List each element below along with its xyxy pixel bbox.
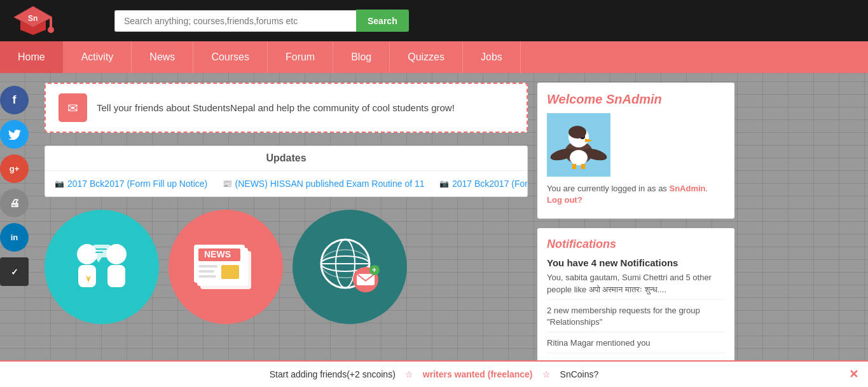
close-bottom-bar[interactable]: ✕ [849, 367, 858, 381]
logo-icon: Sn [13, 3, 54, 38]
bottom-bar-text2: SnCoins? [560, 369, 599, 379]
bookmark-button[interactable]: ✓ [0, 257, 29, 286]
news-icon: NEWS [184, 226, 267, 308]
ticker-text-2: (NEWS) HISSAN published Exam Routine of … [235, 179, 425, 189]
notifications-title: Notifications [547, 238, 725, 251]
facebook-button[interactable]: f [0, 86, 29, 114]
svg-text:NEWS: NEWS [204, 249, 231, 259]
svg-rect-22 [221, 265, 239, 279]
ticker-item-1b[interactable]: 📷 2017 Bck2017 (Form Fill up Notice) [439, 179, 527, 189]
nav-quizzes[interactable]: Quizzes [390, 41, 463, 73]
bottom-bar-star2: ☆ [542, 369, 551, 379]
svg-text:+: + [372, 266, 376, 275]
bottom-bar-star1: ☆ [405, 369, 413, 379]
svg-marker-10 [95, 257, 102, 262]
news-circle[interactable]: NEWS [169, 210, 283, 324]
forum-circle[interactable]: + [293, 210, 407, 324]
forum-icon: + [308, 226, 391, 308]
bottom-bar-text1: Start adding friends(+2 sncoins) [270, 369, 396, 379]
updates-header: Updates [45, 146, 527, 171]
ticker-text-1: 2017 Bck2017 (Form Fill up Notice) [67, 179, 207, 189]
notif-item-1[interactable]: You, sabita gautam, Sumi Chettri and 5 o… [547, 272, 725, 299]
main-nav: Home Activity News Courses Forum Blog Qu… [0, 41, 868, 73]
nav-activity[interactable]: Activity [64, 41, 132, 73]
nav-courses[interactable]: Courses [193, 41, 268, 73]
welcome-title: Welcome SnAdmin [547, 92, 725, 107]
ticker-item-2[interactable]: 📰 (NEWS) HISSAN published Exam Routine o… [223, 179, 425, 189]
logged-text: You are currently logged in as as SnAdmi… [547, 183, 725, 206]
content-wrapper: ✉ Tell your friends about StudentsNepal … [38, 73, 868, 387]
nav-news[interactable]: News [132, 41, 193, 73]
linkedin-button[interactable]: in [0, 223, 29, 252]
ticker-icon-1: 📷 [55, 179, 64, 188]
svg-rect-12 [95, 252, 103, 253]
invite-banner: ✉ Tell your friends about StudentsNepal … [45, 83, 528, 133]
svg-rect-9 [92, 245, 111, 257]
svg-rect-42 [572, 164, 576, 169]
ticker-icon-2: 📰 [223, 179, 232, 188]
svg-rect-43 [581, 164, 585, 169]
bottom-bar: Start adding friends(+2 sncoins) ☆ write… [0, 360, 868, 387]
svg-text:Sn: Sn [28, 14, 38, 23]
svg-point-41 [570, 150, 588, 165]
nav-blog[interactable]: Blog [333, 41, 390, 73]
svg-rect-8 [107, 265, 125, 287]
notif-item-2[interactable]: 2 new membership requests for the group … [547, 305, 725, 332]
search-input[interactable] [114, 10, 356, 32]
main-content: ✉ Tell your friends about StudentsNepal … [45, 83, 528, 387]
svg-rect-19 [198, 265, 217, 268]
features-row: NEWS [45, 210, 528, 324]
notif-heading: You have 4 new Notifications [547, 257, 725, 268]
right-sidebar: Welcome SnAdmin [537, 83, 734, 387]
bottom-bar-link1[interactable]: writers wanted (freelance) [423, 369, 533, 379]
twitter-icon [8, 130, 21, 140]
svg-point-3 [48, 27, 54, 33]
ticker-item-1[interactable]: 📷 2017 Bck2017 (Form Fill up Notice) [55, 179, 207, 189]
svg-point-38 [568, 126, 586, 139]
svg-rect-6 [78, 265, 96, 287]
twitter-button[interactable] [0, 120, 29, 149]
updates-section: Updates 📷 2017 Bck2017 (Form Fill up Not… [45, 146, 528, 197]
page-body: f g+ 🖨 in ✓ ✉ Tell your friends about St… [0, 73, 868, 387]
username-link[interactable]: SnAdmin [670, 184, 706, 193]
updates-ticker: 📷 2017 Bck2017 (Form Fill up Notice) 📰 (… [45, 171, 527, 196]
invite-icon: ✉ [59, 93, 87, 122]
nav-jobs[interactable]: Jobs [463, 41, 521, 73]
ticker-inner: 📷 2017 Bck2017 (Form Fill up Notice) 📰 (… [55, 179, 527, 189]
logo-area[interactable]: Sn [13, 3, 102, 38]
svg-rect-21 [198, 275, 216, 278]
search-area: Search [114, 10, 445, 32]
avatar [547, 113, 610, 177]
svg-rect-11 [95, 248, 107, 250]
logout-link[interactable]: Log out? [547, 195, 582, 205]
invite-text: Tell your friends about StudentsNepal an… [97, 102, 455, 113]
social-sidebar: f g+ 🖨 in ✓ [0, 73, 35, 289]
welcome-section: Welcome SnAdmin [537, 83, 734, 219]
ticker-icon-1b: 📷 [439, 179, 449, 188]
notif-item-3[interactable]: Ritina Magar mentioned you [547, 337, 725, 353]
nav-forum[interactable]: Forum [268, 41, 333, 73]
ticker-text-1b: 2017 Bck2017 (Form Fill up Notice) [452, 179, 527, 189]
avatar-svg [547, 113, 610, 177]
activity-circle[interactable] [45, 210, 159, 324]
svg-rect-20 [198, 270, 214, 273]
search-button[interactable]: Search [356, 10, 409, 32]
activity-icon [60, 226, 143, 308]
print-button[interactable]: 🖨 [0, 189, 29, 217]
nav-home[interactable]: Home [0, 41, 64, 73]
google-plus-button[interactable]: g+ [0, 154, 29, 183]
